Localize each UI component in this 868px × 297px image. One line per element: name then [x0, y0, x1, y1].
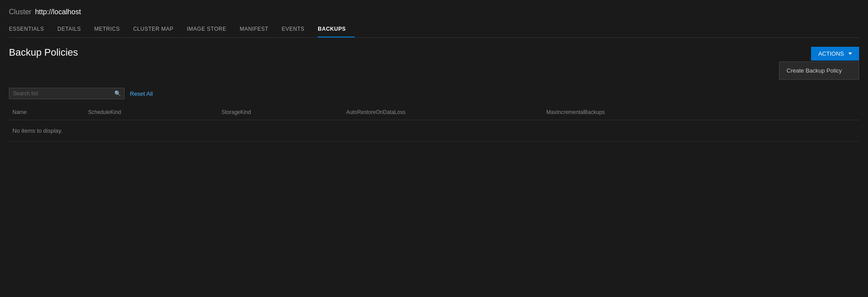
nav-tab-events[interactable]: EVENTS	[282, 22, 313, 37]
col-storage-kind: StorageKind	[218, 107, 343, 117]
cluster-label: Cluster	[9, 8, 32, 16]
table-header: Name ScheduleKind StorageKind AutoRestor…	[9, 105, 859, 120]
nav-tab-metrics[interactable]: METRICS	[94, 22, 129, 37]
nav-tab-essentials[interactable]: ESSENTIALS	[9, 22, 53, 37]
col-max-incremental: MaxIncrementalBackups	[543, 107, 676, 117]
nav-tab-manifest[interactable]: MANIFEST	[240, 22, 278, 37]
main-content: Backup Policies ACTIONS Create Backup Po…	[0, 38, 868, 151]
no-items-message: No items to display.	[9, 120, 859, 142]
actions-button-label: ACTIONS	[818, 50, 844, 57]
search-input[interactable]	[9, 88, 125, 99]
search-box: 🔍	[9, 88, 125, 99]
table-container: Name ScheduleKind StorageKind AutoRestor…	[9, 105, 859, 142]
actions-dropdown: Create Backup Policy	[779, 61, 859, 80]
nav-tab-backups[interactable]: BACKUPS	[318, 22, 355, 37]
page-header: Cluster http://localhost ESSENTIALSDETAI…	[0, 0, 868, 38]
search-row: 🔍 Reset All	[9, 88, 859, 99]
nav-tab-cluster-map[interactable]: CLUSTER MAP	[133, 22, 182, 37]
actions-container: ACTIONS Create Backup Policy	[779, 47, 859, 80]
col-auto-restore: AutoRestoreOnDataLoss	[343, 107, 543, 117]
reset-all-button[interactable]: Reset All	[130, 90, 153, 97]
search-icon: 🔍	[114, 90, 121, 97]
chevron-down-icon	[848, 53, 852, 55]
nav-tabs: ESSENTIALSDETAILSMETRICSCLUSTER MAPIMAGE…	[9, 22, 859, 38]
actions-button[interactable]: ACTIONS	[811, 47, 859, 61]
page-title: Backup Policies	[9, 47, 78, 58]
col-extra	[676, 107, 859, 117]
cluster-title: Cluster http://localhost	[9, 8, 859, 16]
col-name: Name	[9, 107, 85, 117]
page-header-row: Backup Policies ACTIONS Create Backup Po…	[9, 47, 859, 80]
nav-tab-image-store[interactable]: IMAGE STORE	[187, 22, 235, 37]
cluster-url: http://localhost	[35, 8, 81, 16]
col-schedule-kind: ScheduleKind	[85, 107, 218, 117]
create-backup-policy-item[interactable]: Create Backup Policy	[779, 64, 859, 77]
nav-tab-details[interactable]: DETAILS	[57, 22, 90, 37]
